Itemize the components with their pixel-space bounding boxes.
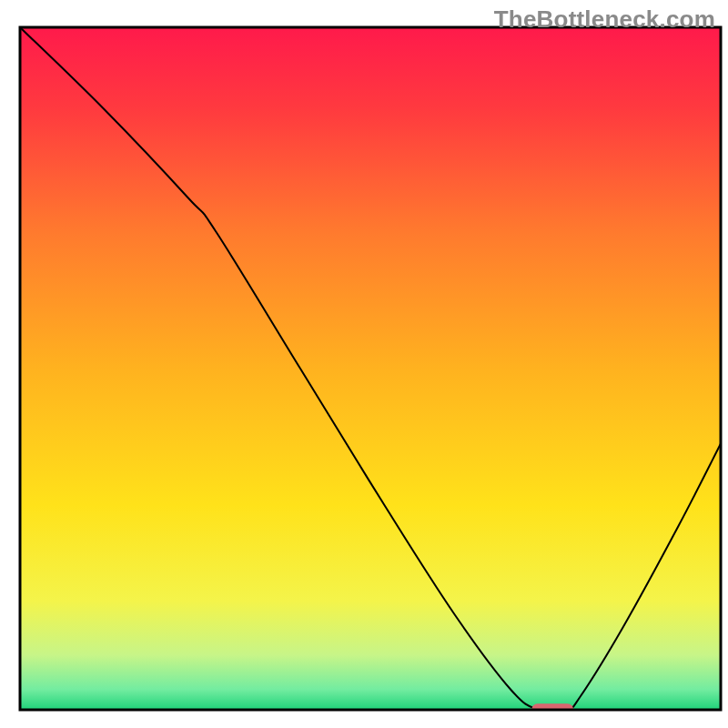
chart-svg: [0, 0, 728, 728]
chart-container: TheBottleneck.com: [0, 0, 728, 728]
watermark-text: TheBottleneck.com: [494, 5, 715, 34]
